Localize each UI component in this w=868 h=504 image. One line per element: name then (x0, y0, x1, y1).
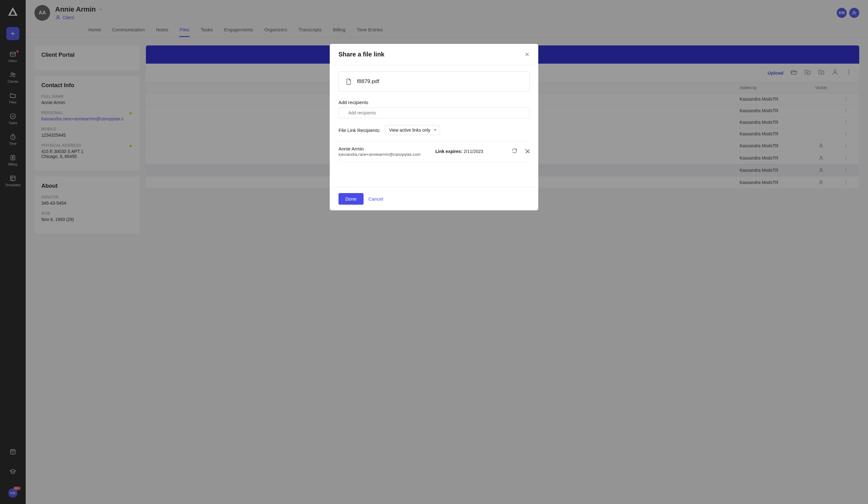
recipients-input[interactable] (339, 108, 529, 118)
cancel-button[interactable]: Cancel (369, 193, 383, 205)
close-icon[interactable]: ✕ (525, 51, 529, 58)
file-name: f8879.pdf (357, 78, 379, 84)
filter-label: File Link Recipients: (339, 128, 381, 133)
share-file-modal: Share a file link ✕ f8879.pdf Add recipi… (330, 44, 538, 210)
add-recipients-label: Add recipients (339, 100, 529, 105)
link-expires: Link expires: 2/11/2023 (435, 149, 483, 154)
file-chip: f8879.pdf (339, 71, 529, 91)
refresh-icon[interactable] (512, 148, 518, 155)
modal-title: Share a file link (339, 51, 384, 58)
modal-scrim: Share a file link ✕ f8879.pdf Add recipi… (0, 0, 868, 504)
recipient-name: Annie Armin (339, 146, 421, 151)
recipients-filter-select[interactable]: View active links only (385, 125, 440, 135)
remove-icon[interactable] (524, 148, 529, 155)
file-icon (345, 78, 352, 85)
recipient-email: kassandra.rane+anniearmin@canopytax.com (339, 152, 421, 157)
recipient-row: Annie Armin kassandra.rane+anniearmin@ca… (339, 141, 529, 162)
done-button[interactable]: Done (339, 193, 363, 205)
